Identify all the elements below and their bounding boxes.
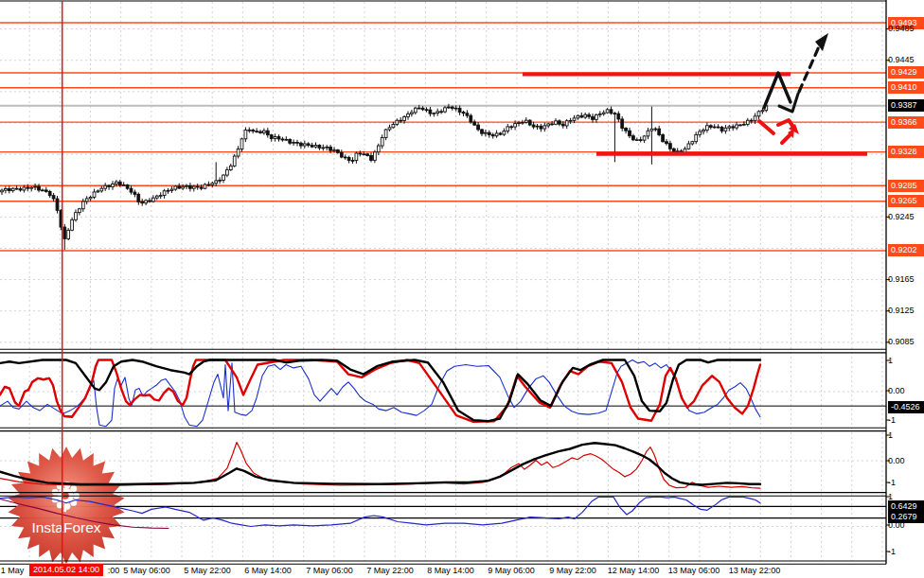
candle xyxy=(495,131,498,138)
candle xyxy=(555,118,558,125)
candle xyxy=(720,126,723,133)
candle xyxy=(52,193,55,201)
candle xyxy=(48,190,51,198)
candle xyxy=(559,119,561,126)
candle xyxy=(647,128,649,139)
candle xyxy=(300,142,303,149)
candle xyxy=(635,137,638,141)
time-axis-label: 6 May 14:00 xyxy=(244,565,292,576)
candle xyxy=(458,105,461,114)
candles-layer xyxy=(1,103,768,250)
price-axis-label: 0.9125 xyxy=(888,305,924,317)
time-axis-highlighted-date-label: 2014.05.02 14:00 xyxy=(29,564,103,576)
candle xyxy=(588,113,591,119)
candle xyxy=(174,185,177,191)
candle xyxy=(639,137,642,143)
candle xyxy=(89,196,92,201)
candle xyxy=(56,196,59,214)
price-axis-label: 0.9328 xyxy=(888,146,924,158)
candle xyxy=(488,131,490,138)
price-axis-label: 0.9445 xyxy=(888,54,924,66)
candle xyxy=(63,224,66,250)
candle xyxy=(133,190,136,198)
candle xyxy=(757,110,760,119)
candle xyxy=(470,114,472,124)
indicator2-axis-label: 1 xyxy=(888,429,924,442)
candle xyxy=(293,139,295,146)
candle xyxy=(11,187,14,192)
candle xyxy=(1,188,4,195)
candle xyxy=(233,154,236,167)
candle xyxy=(444,106,447,114)
candle xyxy=(732,124,735,131)
candle xyxy=(266,128,269,137)
candle xyxy=(167,188,169,194)
candle xyxy=(318,144,321,150)
time-axis-label: 5 May 06:00 xyxy=(123,565,170,576)
candle xyxy=(746,118,749,127)
candle xyxy=(617,111,620,122)
candle xyxy=(388,125,391,131)
candle xyxy=(421,106,424,111)
indicator2-red-line xyxy=(0,443,760,489)
candle xyxy=(222,174,225,183)
candle xyxy=(396,118,399,126)
candle xyxy=(440,109,443,114)
time-axis-label: 7 May 06:00 xyxy=(306,565,353,576)
candle xyxy=(481,129,484,136)
indicator1-axis-label: -1 xyxy=(888,414,924,427)
price-axis-label: 0.9085 xyxy=(888,336,924,348)
candle xyxy=(108,184,111,190)
candle xyxy=(687,141,690,150)
candle xyxy=(97,189,99,192)
price-axis-label: 0.9366 xyxy=(888,116,924,129)
candle xyxy=(192,185,195,192)
price-axis-label: 0.9265 xyxy=(888,195,924,207)
candle xyxy=(411,110,414,116)
candle xyxy=(528,119,531,126)
candle xyxy=(374,150,377,164)
candle xyxy=(522,120,524,125)
candle xyxy=(347,156,350,164)
candle xyxy=(536,124,539,130)
candle xyxy=(71,218,74,231)
time-axis-label: 5 May 22:00 xyxy=(184,565,231,576)
candle xyxy=(85,196,88,204)
candle xyxy=(137,192,140,204)
candle xyxy=(122,182,125,185)
candle xyxy=(163,189,166,199)
candle xyxy=(196,184,199,190)
candle xyxy=(632,134,635,142)
candle xyxy=(407,112,410,120)
candle xyxy=(259,130,262,133)
candle xyxy=(145,199,148,205)
candle xyxy=(130,185,133,195)
chart-canvas[interactable]: InstaForex xyxy=(0,0,924,578)
candle xyxy=(263,129,266,135)
candle xyxy=(229,164,232,171)
candle xyxy=(186,184,188,189)
price-axis-label: 0.9387 xyxy=(888,99,924,112)
candle xyxy=(466,110,469,117)
candle xyxy=(598,111,601,117)
candle xyxy=(473,119,476,126)
candle xyxy=(625,127,628,133)
candle xyxy=(152,195,155,202)
candle xyxy=(311,143,313,148)
candle xyxy=(75,209,78,221)
candle xyxy=(93,189,96,200)
candle xyxy=(307,142,310,147)
candle xyxy=(580,113,583,118)
mt4-chart-window: InstaForex 0.94930.94850.94450.94290.941… xyxy=(0,0,924,578)
candle xyxy=(565,119,568,129)
candle xyxy=(112,181,115,190)
candle xyxy=(658,126,661,136)
candle xyxy=(510,125,513,130)
time-axis-label: 13 May 06:00 xyxy=(668,565,720,576)
candle xyxy=(695,131,698,144)
candle xyxy=(491,132,494,138)
time-axis-label: 9 May 22:00 xyxy=(549,565,596,576)
candle xyxy=(429,107,432,116)
price-axis-label: 0.9245 xyxy=(888,211,924,223)
candle xyxy=(155,195,158,201)
